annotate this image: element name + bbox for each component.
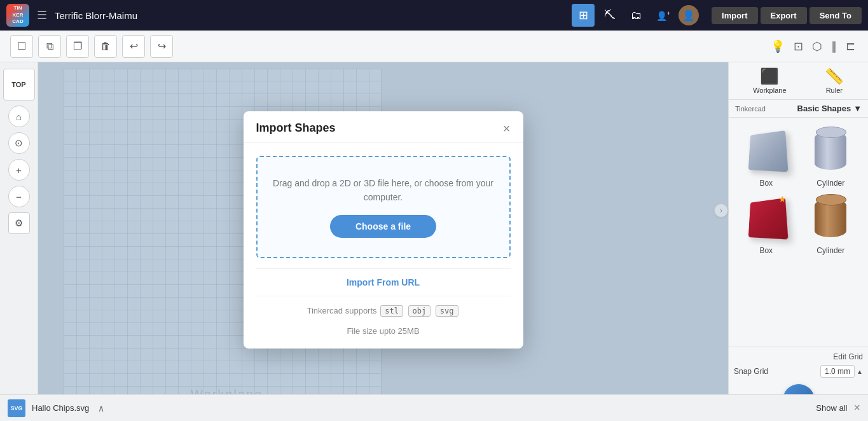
main-area: TOP ⌂ ⊙ + − ⚙ Workplane Import Shapes × … [0,62,868,421]
menu-icon[interactable]: ☰ [37,8,47,22]
dialog-header: Import Shapes × [244,111,523,143]
canvas-area[interactable]: Workplane Import Shapes × Drag and drop … [38,62,728,421]
snap-grid-row: Snap Grid 1.0 mm ▲ [734,365,863,378]
cylinder-gray-3d [815,132,846,170]
project-name[interactable]: Terrific Blorr-Maimu [55,10,564,21]
new-btn[interactable]: ☐ [10,35,33,58]
mirror-icon[interactable]: ⬡ [812,39,822,53]
distribute-icon[interactable]: ∥ [831,39,837,53]
workplane-label: Workplane [753,86,786,94]
format-stl: stl [380,305,403,317]
import-url-link[interactable]: Import From URL [347,277,420,287]
cylinder-brown-3d [815,199,846,237]
workplane-icon[interactable]: ⬛ [760,67,779,85]
copy-btn[interactable]: ⧉ [38,35,61,58]
file-type-icon: SVG [8,399,25,417]
chevron-up-btn[interactable]: ∧ [98,403,104,413]
snap-grid-value[interactable]: 1.0 mm [820,365,855,378]
action-buttons: Import Export Send To [712,7,862,24]
ruler-action: 📏 Ruler [825,67,844,94]
settings-btn[interactable]: ⚙ [8,212,30,234]
group-icon[interactable]: ⊏ [846,39,855,53]
dialog-title: Import Shapes [256,121,336,135]
bottom-bar: SVG Hallo Chips.svg ∧ Show all × [0,394,868,421]
left-sidebar: TOP ⌂ ⊙ + − ⚙ [0,62,38,421]
align-icon[interactable]: ⊡ [794,39,803,53]
ruler-icon[interactable]: 📏 [825,67,844,85]
delete-btn[interactable]: 🗑 [94,35,117,58]
shapes-category-label: Basic Shapes [797,104,851,113]
drop-zone-text: Drag and drop a 2D or 3D file here, or c… [270,176,497,205]
zoom-in-btn[interactable]: + [8,159,30,181]
shape-cylinder-gray[interactable]: Cylinder [801,125,861,188]
grid-view-btn[interactable]: ⊞ [572,4,595,27]
import-shapes-dialog: Import Shapes × Drag and drop a 2D or 3D… [244,111,523,349]
tinkercad-label: Tinkercad [735,105,766,113]
toolbar-right: 💡 ⊡ ⬡ ∥ ⊏ [768,39,858,53]
box-gray-3d [748,130,789,172]
snap-grid-control[interactable]: 1.0 mm ▲ [820,365,863,378]
shape-label-box2: Box [759,246,773,255]
shape-cylinder-brown[interactable]: Cylinder [801,193,861,255]
topbar: TIN KER CAD ☰ Terrific Blorr-Maimu ⊞ ⛏ 🗂… [0,0,868,31]
bottom-bar-right: Show all × [816,401,860,415]
topbar-icons: ⊞ ⛏ 🗂 👤+ 👤 [572,4,699,27]
format-obj: obj [408,305,431,317]
shape-box-red[interactable]: ★ Box [736,193,796,255]
snap-grid-label: Snap Grid [734,367,768,376]
pickaxe-btn[interactable]: ⛏ [598,4,621,27]
view-top-btn[interactable]: TOP [3,69,35,100]
hint-icon[interactable]: 💡 [771,39,785,53]
import-url-section: Import From URL [256,268,511,296]
import-footer: Tinkercad supports stl obj svg File size… [256,305,511,336]
panel-top-actions: ⬛ Workplane 📏 Ruler [729,62,868,100]
edit-grid-btn[interactable]: Edit Grid [734,352,863,361]
workplane-action: ⬛ Workplane [753,67,786,94]
right-panel: ⬛ Workplane 📏 Ruler Tinkercad Basic Shap… [728,62,868,421]
file-size-text: File size upto 25MB [347,326,419,336]
star-badge: ★ [778,194,787,204]
file-name: Hallo Chips.svg [32,403,89,413]
shapes-category-dropdown[interactable]: Basic Shapes ▼ [797,104,862,113]
shape-thumb-box-red: ★ [741,193,792,244]
shapes-grid: Box Cylinder ★ Box [729,118,868,263]
zoom-out-btn[interactable]: − [8,186,30,207]
dialog-body: Drag and drop a 2D or 3D file here, or c… [244,143,523,349]
shape-label-cylinder1: Cylinder [816,179,844,188]
undo-btn[interactable]: ↩ [122,35,145,58]
dialog-close-btn[interactable]: × [503,121,511,134]
redo-btn[interactable]: ↪ [150,35,173,58]
app-logo[interactable]: TIN KER CAD [6,4,29,27]
shape-box-gray[interactable]: Box [736,125,796,188]
shapes-panel-header: Tinkercad Basic Shapes ▼ [729,100,868,118]
gallery-btn[interactable]: 🗂 [625,4,648,27]
import-btn[interactable]: Import [712,7,757,24]
shape-label-cylinder2: Cylinder [816,246,844,255]
shape-thumb-box-gray [741,125,792,176]
home-view-btn[interactable]: ⌂ [8,106,30,127]
footer-text: Tinkercad supports [307,306,376,315]
snap-grid-arrow[interactable]: ▲ [857,368,863,375]
ruler-label: Ruler [826,86,843,94]
bottom-bar-close-btn[interactable]: × [853,401,860,415]
add-user-btn[interactable]: 👤+ [652,4,675,27]
choose-file-btn[interactable]: Choose a file [330,215,436,238]
shape-label-box1: Box [759,179,773,188]
toolbar: ☐ ⧉ ❐ 🗑 ↩ ↪ 💡 ⊡ ⬡ ∥ ⊏ [0,31,868,62]
duplicate-btn[interactable]: ❐ [66,35,89,58]
shape-thumb-cylinder-brown [805,193,856,244]
export-btn[interactable]: Export [761,7,807,24]
format-svg: svg [436,305,458,317]
logo-text: TIN KER CAD [12,5,23,25]
send-to-btn[interactable]: Send To [809,7,862,24]
dropdown-arrow: ▼ [853,104,862,113]
orbit-btn[interactable]: ⊙ [8,132,30,154]
shape-thumb-cylinder-gray [805,125,856,176]
file-drop-zone[interactable]: Drag and drop a 2D or 3D file here, or c… [256,156,511,258]
show-all-btn[interactable]: Show all [816,403,847,413]
avatar-btn[interactable]: 👤 [679,5,699,25]
